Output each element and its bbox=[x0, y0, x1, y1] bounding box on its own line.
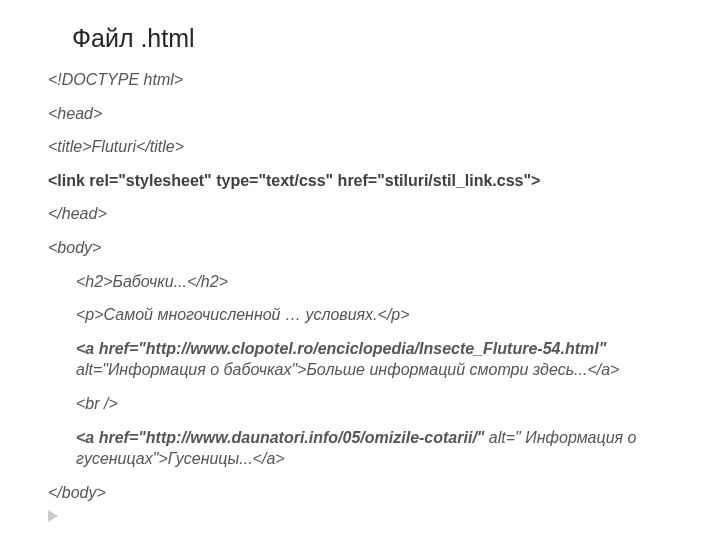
code-line-8: <p>Самой многочисленной … условиях.</p> bbox=[76, 304, 680, 326]
code-line-3: <title>Fluturi</title> bbox=[48, 136, 680, 158]
code-line-11: <a href="http://www.daunatori.info/05/om… bbox=[76, 427, 680, 470]
code-line-11c: Гусеницы...</a> bbox=[168, 450, 285, 467]
arrow-icon bbox=[48, 510, 58, 522]
code-line-9a: <a href="http://www.clopotel.ro/enciclop… bbox=[76, 340, 606, 357]
code-line-6: <body> bbox=[48, 237, 680, 259]
code-line-10: <br /> bbox=[76, 393, 680, 415]
code-line-7: <h2>Бабочки...</h2> bbox=[76, 271, 680, 293]
code-line-9: <a href="http://www.clopotel.ro/enciclop… bbox=[76, 338, 680, 381]
code-line-2: <head> bbox=[48, 103, 680, 125]
code-line-4: <link rel="stylesheet" type="text/css" h… bbox=[48, 170, 680, 192]
heading-text: Файл .html bbox=[72, 24, 195, 53]
code-line-1: <!DOCTYPE html> bbox=[48, 69, 680, 91]
code-line-11a: <a href="http://www.daunatori.info/05/om… bbox=[76, 429, 489, 446]
code-line-9b: alt="Информация о бабочках"> bbox=[76, 361, 306, 378]
code-line-12: </body> bbox=[48, 482, 680, 504]
code-line-5: </head> bbox=[48, 203, 680, 225]
slide-heading: Файл .html bbox=[54, 24, 680, 53]
code-line-9c: Больше информаций смотри здесь...</a> bbox=[306, 361, 619, 378]
